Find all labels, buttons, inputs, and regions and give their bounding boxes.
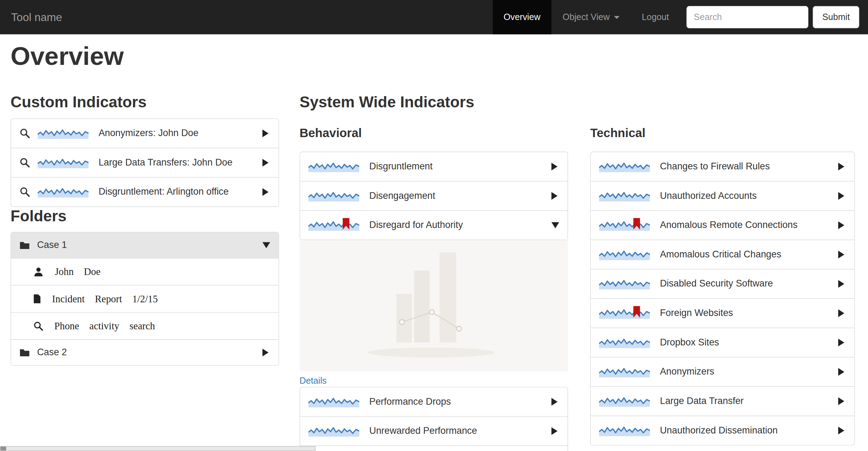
- navbar-menu: Overview Object View Logout Submit: [493, 0, 868, 34]
- nav-item-label: Logout: [642, 12, 669, 22]
- technical-column: Technical Changes to Firewall Rules: [590, 118, 855, 451]
- expand-caret-icon[interactable]: [838, 221, 844, 229]
- expand-caret-icon[interactable]: [838, 251, 844, 258]
- case-child-row[interactable]: John Doe: [11, 258, 279, 286]
- expand-caret-icon[interactable]: [552, 192, 557, 200]
- indicator-row[interactable]: [300, 445, 568, 451]
- indicator-row[interactable]: Disengagement: [300, 181, 568, 211]
- nav-item-label: Overview: [503, 12, 540, 22]
- behavioral-more-list: Performance Drops: [300, 387, 568, 451]
- indicator-row[interactable]: Foreign Websites: [590, 298, 855, 328]
- nav-item-label: Object View: [563, 12, 610, 22]
- person-icon: [33, 267, 44, 277]
- indicator-row[interactable]: Disgruntlement: [300, 152, 568, 181]
- folder-case-2[interactable]: Case 2: [11, 339, 279, 366]
- search-icon: [19, 187, 30, 197]
- folder-case-1[interactable]: Case 1: [11, 232, 279, 258]
- expand-caret-icon[interactable]: [838, 163, 844, 170]
- behavioral-title: Behavioral: [300, 126, 568, 141]
- expand-caret-icon[interactable]: [262, 129, 268, 137]
- indicator-row[interactable]: Unauthorized Dissemination: [590, 416, 855, 445]
- placeholder-chart-image: [300, 240, 568, 371]
- expand-caret-icon[interactable]: [552, 427, 557, 435]
- sparkline-chart: [308, 394, 359, 410]
- expand-caret-icon[interactable]: [262, 159, 268, 166]
- details-link[interactable]: Details: [300, 376, 327, 385]
- sparkline-chart: [599, 305, 650, 321]
- expand-caret-icon[interactable]: [838, 397, 844, 405]
- page-title: Overview: [11, 43, 868, 69]
- indicator-row[interactable]: Performance Drops: [300, 387, 568, 417]
- expand-caret-icon[interactable]: [262, 188, 268, 196]
- indicator-label: Disabled Security Software: [660, 278, 773, 290]
- case-child-label: Incident Report 1/2/15: [52, 293, 158, 305]
- indicator-row[interactable]: Changes to Firewall Rules: [590, 152, 855, 181]
- application-window: Tool name Overview Object View Logout Su…: [0, 0, 868, 451]
- indicator-row[interactable]: Disabled Security Software: [590, 269, 855, 299]
- folders-list: Case 1 John Doe: [11, 232, 279, 366]
- nav-item-logout[interactable]: Logout: [631, 0, 680, 34]
- collapse-caret-icon[interactable]: [552, 222, 559, 228]
- collapse-caret-icon[interactable]: [262, 242, 270, 248]
- indicator-label: Dropbox Sites: [660, 337, 719, 348]
- custom-indicator-row[interactable]: Disgruntlement: Arlington office: [11, 177, 279, 207]
- indicator-label: Disregard for Authority: [369, 220, 463, 231]
- expand-caret-icon[interactable]: [552, 163, 557, 170]
- horizontal-scrollbar[interactable]: [0, 446, 315, 451]
- behavioral-column: Behavioral Disgruntlement: [300, 118, 568, 451]
- technical-list: Changes to Firewall Rules: [590, 152, 855, 445]
- sparkline-chart: [308, 188, 359, 203]
- indicator-label: Anonymizers: [660, 366, 714, 378]
- custom-indicator-row[interactable]: Large Data Transfers: John Doe: [11, 148, 279, 177]
- case-label: Case 2: [37, 347, 67, 358]
- left-column: Custom Indicators Anonymiz: [11, 93, 279, 451]
- indicator-row[interactable]: Anomalous Remote Connections: [590, 210, 855, 240]
- submit-button[interactable]: Submit: [813, 6, 859, 28]
- behavioral-list: Disgruntlement D: [300, 152, 568, 240]
- indicator-row[interactable]: Unauthorized Accounts: [590, 181, 855, 211]
- indicator-row[interactable]: Anonymizers: [590, 357, 855, 387]
- case-child-row[interactable]: Incident Report 1/2/15: [11, 285, 279, 313]
- expand-caret-icon[interactable]: [838, 427, 844, 435]
- indicator-row[interactable]: Unrewarded Performance: [300, 416, 568, 446]
- expand-caret-icon[interactable]: [262, 349, 268, 356]
- indicator-label: Foreign Websites: [660, 308, 733, 319]
- case-child-row[interactable]: Phone activity search: [11, 312, 279, 340]
- expand-caret-icon[interactable]: [838, 192, 844, 200]
- indicator-row[interactable]: Disregard for Authority: [300, 210, 568, 240]
- nav-item-object-view[interactable]: Object View: [552, 0, 631, 34]
- case-child-label: Phone activity search: [54, 320, 155, 332]
- custom-indicators-title: Custom Indicators: [11, 93, 279, 112]
- indicator-label: Unrewarded Performance: [369, 425, 477, 437]
- search-icon: [19, 157, 30, 168]
- top-navbar: Tool name Overview Object View Logout Su…: [0, 0, 868, 34]
- indicator-row[interactable]: Dropbox Sites: [590, 328, 855, 357]
- expand-caret-icon[interactable]: [838, 280, 844, 288]
- expand-caret-icon[interactable]: [838, 339, 844, 346]
- indicator-label: Performance Drops: [369, 396, 451, 408]
- indicator-row[interactable]: Large Data Transfer: [590, 386, 855, 416]
- indicator-label: Anonymizers: John Doe: [99, 128, 199, 139]
- system-wide-section: System Wide Indicators Behavioral: [300, 93, 855, 451]
- indicator-label: Large Data Transfers: John Doe: [99, 157, 233, 168]
- file-icon: [33, 294, 41, 304]
- scrollbar-thumb[interactable]: [1, 446, 6, 450]
- search-input[interactable]: [687, 6, 808, 28]
- expand-caret-icon[interactable]: [838, 309, 844, 317]
- sparkline-chart: [599, 276, 650, 291]
- sparkline-chart: [599, 423, 650, 438]
- sparkline-chart: [599, 335, 650, 350]
- technical-title: Technical: [590, 126, 855, 141]
- system-wide-title: System Wide Indicators: [300, 93, 855, 112]
- main-content: Custom Indicators Anonymiz: [11, 93, 857, 451]
- folder-icon: [19, 348, 30, 357]
- indicator-label: Amomalous Critical Changes: [660, 249, 781, 260]
- indicator-row[interactable]: Amomalous Critical Changes: [590, 240, 855, 269]
- indicator-detail-panel: [300, 240, 568, 371]
- indicator-label: Disgruntlement: [369, 161, 433, 172]
- nav-item-overview[interactable]: Overview: [493, 0, 552, 34]
- folders-title: Folders: [11, 207, 279, 226]
- custom-indicator-row[interactable]: Anonymizers: John Doe: [11, 118, 279, 148]
- expand-caret-icon[interactable]: [838, 368, 844, 376]
- expand-caret-icon[interactable]: [552, 398, 557, 406]
